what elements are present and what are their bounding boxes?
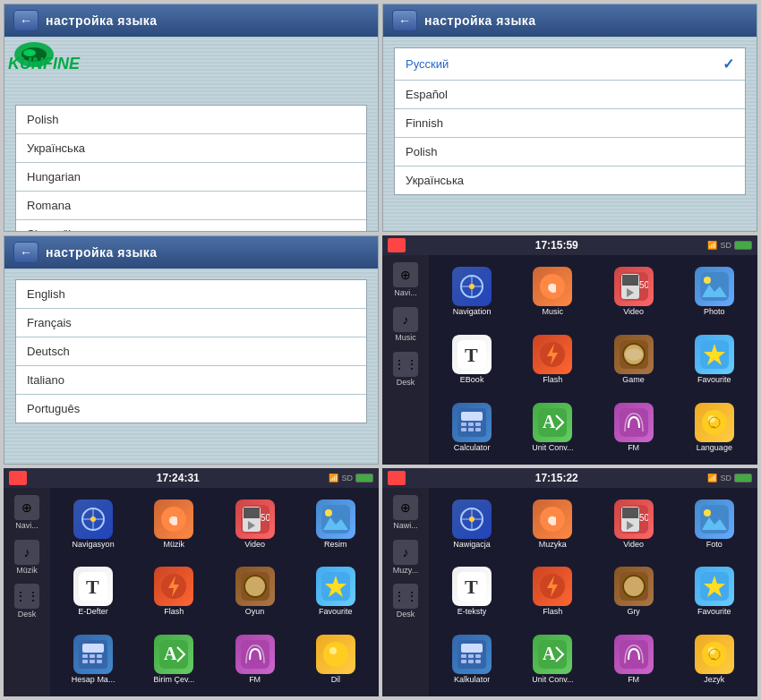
list-item[interactable]: Slovenčina — [16, 220, 366, 232]
app-music[interactable]: Music — [513, 259, 592, 325]
back-button-3[interactable]: ← — [13, 242, 38, 263]
app-flash-pl[interactable]: Flash — [513, 559, 592, 625]
app-hesap[interactable]: Hesap Ma... — [54, 627, 133, 693]
status-icons-turkish: 📶 SD — [329, 474, 373, 482]
lang-title-3: настройка языка — [46, 245, 158, 260]
language-icon — [695, 403, 734, 442]
app-photo[interactable]: Photo — [675, 259, 754, 325]
app-navigasyon[interactable]: Navigasyon — [54, 491, 133, 558]
app-favourite[interactable]: Favourite — [675, 327, 754, 393]
unit-conv-icon: A — [533, 403, 572, 442]
sidebar-item-navi[interactable]: ⊕ Navi... — [382, 259, 429, 302]
list-item[interactable]: Русский✓ — [395, 48, 745, 81]
app-birim[interactable]: A Birim Çev... — [134, 627, 213, 693]
app-unit-conv[interactable]: A Unit Conv... — [513, 395, 592, 461]
list-item[interactable]: Français — [16, 309, 366, 337]
sidebar-item-music[interactable]: ♪ Music — [382, 303, 429, 346]
favourite-label-tr: Favourite — [319, 608, 353, 617]
sd-icon-tr: SD — [341, 474, 353, 482]
app-favourite-tr[interactable]: Favourite — [296, 559, 375, 625]
app-unit-conv-pl[interactable]: A Unit Conv... — [513, 627, 592, 693]
app-resim[interactable]: Resim — [296, 491, 375, 558]
svg-text:T: T — [465, 344, 478, 366]
flash-icon — [533, 335, 572, 374]
app-video[interactable]: 50 Video — [594, 259, 673, 325]
list-item[interactable]: Українська — [395, 166, 745, 194]
language-list-2: Русский✓ Español Finnish Polish Українсь… — [394, 47, 746, 195]
eteksty-icon-pl: T — [452, 567, 492, 606]
app-screen-turkish: 17:24:31 📶 SD ⊕ Navi... ♪ Müzik ⋮⋮ Desk — [4, 468, 379, 696]
music-sidebar-icon-tr: ♪ — [14, 540, 39, 565]
svg-point-70 — [323, 642, 348, 667]
sidebar-item-navi-pl[interactable]: ⊕ Nawi... — [382, 491, 429, 534]
list-item[interactable]: Romana — [16, 192, 366, 220]
app-fm-pl[interactable]: FM — [594, 627, 673, 693]
app-dil[interactable]: Dil — [296, 627, 375, 693]
app-flash[interactable]: Flash — [513, 327, 592, 393]
svg-rect-34 — [620, 408, 648, 437]
navigation-label: Navigation — [453, 308, 492, 317]
app-game[interactable]: Game — [594, 327, 673, 393]
back-button-1[interactable]: ← — [13, 10, 38, 31]
svg-rect-97 — [475, 654, 481, 658]
app-ebook[interactable]: T EBook — [432, 327, 511, 393]
list-item[interactable]: Português — [16, 395, 366, 423]
app-video-pl[interactable]: 50 Video — [594, 491, 673, 558]
sidebar-item-navi-tr[interactable]: ⊕ Navi... — [4, 491, 50, 534]
eteksty-label: E-teksty — [457, 608, 487, 617]
list-item[interactable]: Polish — [16, 106, 366, 134]
app-video-tr[interactable]: 50 Video — [216, 491, 295, 558]
svg-rect-29 — [461, 428, 466, 431]
sidebar-item-desk[interactable]: ⋮⋮ Desk — [382, 348, 429, 391]
sidebar-item-music-tr[interactable]: ♪ Müzik — [4, 536, 50, 579]
sidebar-item-desk-tr[interactable]: ⋮⋮ Desk — [4, 580, 50, 623]
fm-label-pl: FM — [628, 676, 639, 685]
app-language[interactable]: Language — [675, 395, 754, 461]
app-kalkulator[interactable]: Kalkulator — [432, 627, 511, 693]
list-item[interactable]: Hungarian — [16, 163, 366, 192]
app-gry[interactable]: Gry — [594, 559, 673, 625]
app-edefter[interactable]: T E-Defter — [54, 559, 133, 625]
app-eteksty[interactable]: T E-teksty — [432, 559, 511, 625]
edefter-icon-tr: T — [73, 567, 113, 606]
list-item[interactable]: Polish — [395, 138, 745, 166]
app-jezyk[interactable]: Jezyk — [675, 627, 754, 693]
app-fm[interactable]: FM — [594, 395, 673, 461]
list-item[interactable]: English — [16, 280, 366, 309]
svg-point-15 — [704, 277, 711, 284]
sidebar-item-desk-pl[interactable]: ⋮⋮ Desk — [382, 580, 429, 623]
svg-rect-100 — [475, 660, 481, 663]
kalkulator-icon-pl — [452, 635, 492, 674]
svg-text:T: T — [86, 576, 99, 598]
navi-sidebar-icon: ⊕ — [393, 262, 418, 287]
svg-text:50: 50 — [261, 513, 269, 523]
app-nawigacja[interactable]: Nawigacja — [432, 491, 511, 558]
app-foto[interactable]: Foto — [675, 491, 754, 558]
sidebar-item-music-pl[interactable]: ♪ Muzy... — [382, 536, 429, 579]
app-fm-tr[interactable]: FM — [216, 627, 295, 693]
language-list-1: Polish Українська Hungarian Romana Slove… — [15, 105, 367, 232]
app-muzik[interactable]: Müzik — [134, 491, 213, 558]
lang-header-3: ← настройка языка — [4, 236, 378, 269]
app-calculator[interactable]: Calculator — [432, 395, 511, 461]
oyun-label: Oyun — [245, 608, 265, 617]
list-item[interactable]: Deutsch — [16, 337, 366, 366]
list-item[interactable]: Italiano — [16, 366, 366, 395]
sidebar-music-label: Music — [395, 334, 416, 343]
app-content-main: ⊕ Navi... ♪ Music ⋮⋮ Desk Navigation — [382, 255, 757, 464]
back-button-2[interactable]: ← — [392, 10, 417, 31]
list-item[interactable]: Українська — [16, 134, 366, 163]
app-favourite-pl[interactable]: Favourite — [675, 559, 754, 625]
list-item[interactable]: Finnish — [395, 109, 745, 138]
status-bar-turkish: 17:24:31 📶 SD — [4, 468, 379, 488]
sidebar-desk-label-pl: Desk — [397, 610, 415, 619]
app-flash-tr[interactable]: Flash — [134, 559, 213, 625]
svg-point-6 — [469, 284, 475, 289]
status-red-icon — [388, 238, 406, 252]
hesap-icon-tr — [73, 635, 113, 674]
list-item[interactable]: Español — [395, 81, 745, 109]
app-muzyka[interactable]: Muzyka — [513, 491, 592, 558]
app-navigation[interactable]: Navigation — [432, 259, 511, 325]
app-oyun[interactable]: Oyun — [216, 559, 295, 625]
app-screen-main: 17:15:59 📶 SD ⊕ Navi... ♪ Music ⋮⋮ Desk — [382, 235, 757, 464]
